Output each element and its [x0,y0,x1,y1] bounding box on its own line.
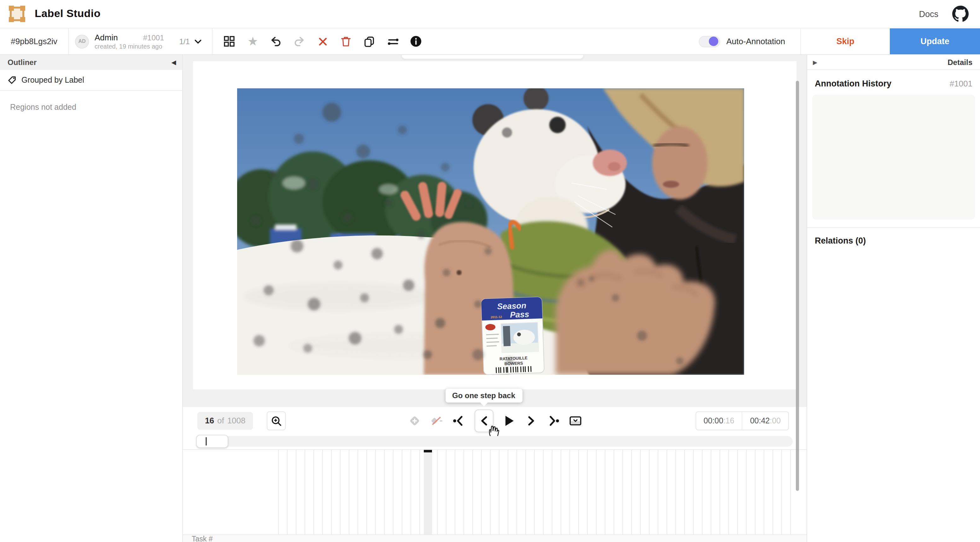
annotator-section[interactable]: AD Admin #1001 created, 19 minutes ago [69,29,170,54]
remove-keypoint-button[interactable] [430,414,443,427]
avatar: AD [75,34,89,48]
main-content: Outliner ◀ Grouped by Label Regions not … [0,55,980,542]
star-icon: ★ [248,35,258,47]
controls-row: 16 of 1008 [183,407,807,435]
annotator-name: Admin [95,33,118,42]
label-studio-logo-icon [9,6,25,22]
label-studio-app: Label Studio Docs #9pb8Lgs2iv AD Admin #… [0,0,980,542]
current-frame: 16 [205,416,214,425]
video-controls: 16 of 1008 [183,407,807,534]
tool-buttons: ★ [213,29,433,54]
auto-annotation-control: Auto-Annotation [699,29,800,54]
svg-text:2011-12: 2011-12 [491,315,502,319]
video-area: Season Pass 2011-12 [183,55,807,407]
video-frame-art: Season Pass 2011-12 [237,88,744,375]
task-number-label: Task # [192,535,213,542]
reset-button[interactable] [317,35,329,48]
next-keypoint-button[interactable] [547,414,559,427]
tooltip: Go one step back [445,389,522,403]
cross-icon [318,36,328,46]
playback-controls: Go one step back [408,407,581,435]
relations-section-title[interactable]: Relations (0) [807,228,980,253]
ground-truth-button[interactable]: ★ [247,35,259,48]
add-keypoint-button[interactable] [408,414,421,427]
grid-view-button[interactable] [223,35,236,48]
top-bar: Label Studio Docs [0,0,980,29]
video-card: Season Pass 2011-12 [193,61,797,389]
timeline[interactable] [183,449,807,534]
skip-button[interactable]: Skip [800,29,890,54]
redo-icon [294,35,305,47]
collapse-panel-icon[interactable]: ◀ [172,59,176,65]
details-header: ▶ Details [807,55,980,70]
auto-annotation-toggle[interactable] [699,36,720,47]
grid-icon [224,35,235,47]
prev-keypoint-icon [452,414,465,427]
duplicate-annotation-button[interactable] [363,35,376,48]
zoom-button[interactable] [267,411,286,430]
details-panel: ▶ Details Annotation History #1001 Relat… [807,55,980,542]
info-button[interactable] [410,35,423,48]
annotation-pager[interactable]: 1/1 [179,29,202,54]
collapse-timeline-icon [569,414,581,427]
annotation-toolbar: #9pb8Lgs2iv AD Admin #1001 created, 19 m… [0,29,980,55]
task-id[interactable]: #9pb8Lgs2iv [0,29,69,54]
step-forward-button[interactable] [525,414,537,427]
editor-area: Season Pass 2011-12 [183,55,807,542]
annotation-history-header: Annotation History #1001 [807,70,980,95]
zoom-in-icon [271,416,282,426]
current-time: 00:00:16 [696,412,742,430]
info-icon [410,35,422,47]
timeline-grid [278,450,793,534]
seek-row [183,435,807,449]
previous-keypoint-button[interactable] [452,414,465,427]
annotation-history-title: Annotation History [815,79,891,88]
created-timestamp: created, 19 minutes ago [95,43,164,50]
undo-icon [270,35,282,47]
season-pass-badge: Season Pass 2011-12 [481,297,544,375]
redo-button[interactable] [293,35,306,48]
settings-relations-button[interactable] [387,35,399,48]
expand-panel-icon[interactable]: ▶ [813,59,817,65]
chevron-down-icon [194,38,202,45]
pager-count: 1/1 [179,37,189,46]
task-footer: Task # [183,534,807,542]
trash-icon [340,35,352,47]
annotation-history-empty [812,95,975,220]
docs-link[interactable]: Docs [919,9,939,19]
annotation-id: #1001 [143,33,164,42]
grouping-label: Grouped by Label [21,76,84,84]
auto-annotation-label: Auto-Annotation [727,37,785,46]
seek-position-marker [205,437,207,445]
step-forward-icon [527,416,535,426]
update-button[interactable]: Update [890,29,980,54]
add-keypoint-icon [408,414,421,427]
seek-handle[interactable] [196,435,228,448]
video-canvas[interactable]: Season Pass 2011-12 [237,88,744,375]
remove-keypoint-icon [430,414,443,427]
group-by-label-selector[interactable]: Grouped by Label [0,70,182,91]
undo-button[interactable] [270,35,283,48]
copy-icon [364,35,375,47]
step-back-button[interactable]: Go one step back [474,410,493,432]
vertical-scrollbar[interactable] [796,81,799,491]
regions-empty-text: Regions not added [0,91,182,124]
outliner-title: Outliner [8,58,37,67]
github-icon[interactable] [952,6,969,22]
svg-text:RATATOUILLE: RATATOUILLE [500,355,528,361]
next-keypoint-icon [547,414,559,427]
timeline-playhead[interactable] [424,450,432,534]
outliner-panel: Outliner ◀ Grouped by Label Regions not … [0,55,183,542]
collapse-timeline-button[interactable] [569,414,581,427]
details-title: Details [948,58,972,67]
svg-text:Pass: Pass [510,309,530,320]
timecode-display[interactable]: 00:00:16 00:42:00 [695,411,789,430]
play-button[interactable] [503,414,515,427]
toggle-knob [709,37,718,46]
delete-annotation-button[interactable] [340,35,353,48]
total-frames: 1008 [228,416,246,425]
outliner-header: Outliner ◀ [0,55,182,70]
play-icon [503,414,515,427]
seek-track[interactable] [196,436,793,447]
frame-counter[interactable]: 16 of 1008 [197,412,253,430]
